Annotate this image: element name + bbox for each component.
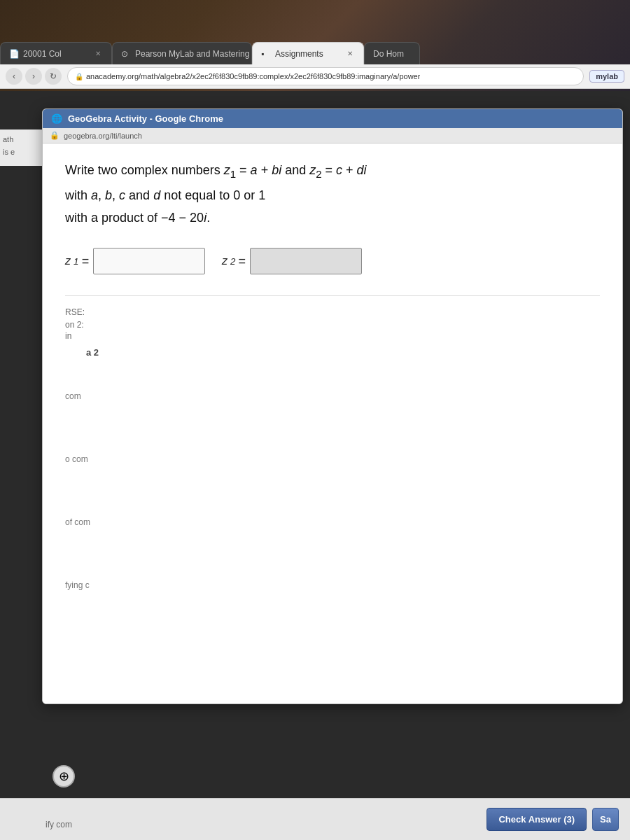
lock-icon: 🔒 <box>75 73 83 80</box>
tab-label-2: Pearson MyLab and Mastering <box>135 49 249 59</box>
z1-label: z1 = <box>65 254 89 269</box>
tab-label-4: Do Hom <box>373 49 404 59</box>
geogebra-popup: 🌐 GeoGebra Activity - Google Chrome 🔒 ge… <box>42 108 623 704</box>
part-a2-label: a 2 <box>86 347 99 358</box>
z2-input[interactable] <box>250 248 362 274</box>
separator-1 <box>65 295 600 296</box>
tab-bar: 📄 20001 Col ✕ ⊙ Pearson MyLab and Master… <box>0 0 630 64</box>
url-text: anacademy.org/math/algebra2/x2ec2f6f830c… <box>86 72 420 80</box>
plus-circle-icon: ⊕ <box>59 769 69 784</box>
assignments-icon: ▪ <box>261 49 271 59</box>
nav-buttons: ‹ › ↻ <box>6 68 62 85</box>
tab-close-1[interactable]: ✕ <box>93 49 103 59</box>
tab-assignments[interactable]: ▪ Assignments ✕ <box>252 42 364 64</box>
pearson-icon: ⊙ <box>121 49 131 59</box>
in-section: in <box>65 331 600 341</box>
popup-title-bar: 🌐 GeoGebra Activity - Google Chrome <box>43 109 622 128</box>
save-button[interactable]: Sa <box>592 808 619 831</box>
address-bar: ‹ › ↻ 🔒 anacademy.org/math/algebra2/x2ec… <box>0 64 630 89</box>
popup-url-bar: 🔒 geogebra.org/lti/launch <box>43 128 622 144</box>
tab-label-1: 20001 Col <box>23 49 62 59</box>
floating-action-icon[interactable]: ⊕ <box>52 765 75 788</box>
popup-title-icon: 🌐 <box>51 113 62 124</box>
tab-dohom[interactable]: Do Hom <box>364 42 420 64</box>
browser-window: 📄 20001 Col ✕ ⊙ Pearson MyLab and Master… <box>0 0 630 840</box>
tab-pearson[interactable]: ⊙ Pearson MyLab and Mastering ✕ <box>112 42 252 64</box>
back-button[interactable]: ‹ <box>6 68 22 85</box>
bottom-action-bar: ify com Check Answer (3) Sa <box>0 798 630 840</box>
o-com-section: o com <box>65 454 600 464</box>
sidebar-ath: ath <box>3 135 42 144</box>
rse-section: RSE: <box>65 307 600 317</box>
tab-label-3: Assignments <box>275 49 323 59</box>
main-content-area: a 2 Write two complex numbers z1 = a + b… <box>43 144 622 704</box>
problem-text: Write two complex numbers z1 = a + bi an… <box>65 160 600 228</box>
forward-button[interactable]: › <box>25 68 42 85</box>
z2-label: z2 = <box>222 254 246 269</box>
check-answer-button[interactable]: Check Answer (3) <box>486 808 587 831</box>
url-bar[interactable]: 🔒 anacademy.org/math/algebra2/x2ec2f6f83… <box>67 67 584 85</box>
fying-section: fying c <box>65 580 600 590</box>
mylab-badge: mylab <box>589 70 624 83</box>
popup-url-text: geogebra.org/lti/launch <box>64 132 142 140</box>
answer-input-row: z1 = z2 = <box>65 248 600 274</box>
popup-title-text: GeoGebra Activity - Google Chrome <box>68 113 223 124</box>
on2-section: on 2: <box>65 320 600 330</box>
sidebar-is: is e <box>3 148 42 156</box>
z1-input[interactable] <box>93 248 205 274</box>
of-com-section: of com <box>65 517 600 527</box>
tab-20001[interactable]: 📄 20001 Col ✕ <box>0 42 112 64</box>
ify-com-label: ify com <box>46 820 72 830</box>
popup-lock-icon: 🔒 <box>50 131 59 140</box>
document-icon: 📄 <box>9 49 19 59</box>
com-section: com <box>65 391 600 401</box>
reload-button[interactable]: ↻ <box>45 68 62 85</box>
tab-close-3[interactable]: ✕ <box>345 49 355 59</box>
